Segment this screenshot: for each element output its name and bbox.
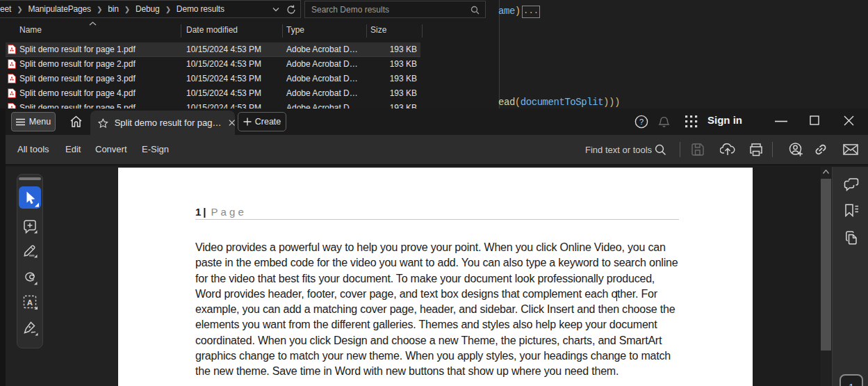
- svg-text:A: A: [27, 298, 33, 307]
- svg-text:?: ?: [639, 118, 644, 126]
